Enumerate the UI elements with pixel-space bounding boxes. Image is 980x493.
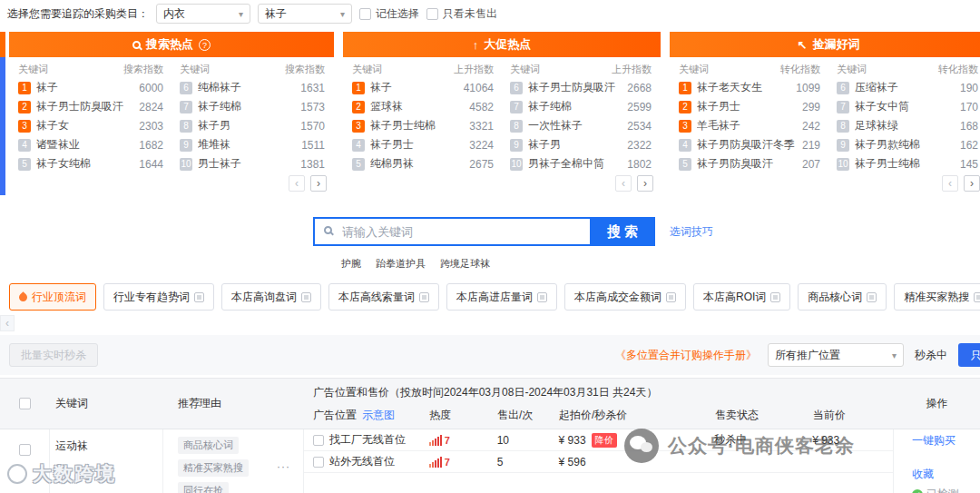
seckill-filter-label[interactable]: 秒杀中	[915, 348, 947, 363]
keyword-row[interactable]: 9袜子男2322	[510, 135, 652, 154]
favorite-link[interactable]: 收藏	[912, 467, 934, 482]
row-checkbox[interactable]	[19, 444, 31, 456]
suggest-word[interactable]: 护腕	[341, 257, 361, 271]
tab-shop-roi-words[interactable]: 本店高ROI词	[693, 283, 790, 311]
promo-hot-panel-header: ↑ 大促热点	[343, 32, 661, 57]
tab-shop-gmv-words[interactable]: 本店高成交金额词	[564, 283, 686, 311]
next-page-button[interactable]: ›	[637, 175, 653, 192]
keyword-row[interactable]: 3羊毛袜子242	[679, 116, 820, 135]
select-all-checkbox[interactable]	[19, 398, 31, 409]
tab-precise-buyer-words[interactable]: 精准买家熟搜	[894, 283, 980, 311]
checkbox-box[interactable]	[426, 8, 438, 20]
header-sold: 售出/次	[490, 408, 552, 423]
keyword-row[interactable]: 2袜子男士防臭吸汗2824	[18, 97, 163, 116]
keyword-row[interactable]: 6纯棉袜子1631	[180, 78, 325, 97]
only-unsold-checkbox[interactable]: 只看未售出	[426, 6, 497, 22]
row-keyword: 运动袜	[50, 429, 163, 493]
prev-page-button[interactable]: ‹	[942, 175, 958, 192]
keyword-row[interactable]: 7袜子纯棉2599	[510, 97, 652, 116]
keyword-row[interactable]: 5纯棉男袜2675	[352, 154, 494, 173]
keyword-text: 压缩袜子	[855, 80, 955, 95]
column-index-header: 上升指数	[454, 63, 494, 76]
tab-shop-entry-words[interactable]: 本店高进店量词	[446, 283, 557, 311]
keyword-row[interactable]: 4袜子男士3224	[352, 135, 494, 154]
prev-page-button[interactable]: ‹	[289, 175, 305, 192]
tab-industry-trend-words[interactable]: 行业专有趋势词	[103, 283, 214, 311]
keyword-row[interactable]: 10男士袜子1381	[180, 154, 325, 173]
more-reasons-button[interactable]: ···	[277, 460, 290, 473]
word-tips-link[interactable]: 选词技巧	[670, 224, 713, 240]
index-value: 3321	[469, 120, 494, 133]
suggest-word[interactable]: 跆拳道护具	[376, 257, 426, 271]
primary-category-select[interactable]: 内衣 ▾	[156, 4, 250, 24]
keyword-row[interactable]: 9堆堆袜1511	[180, 135, 325, 154]
keyword-row[interactable]: 4袜子男防臭吸汗冬季219	[679, 135, 820, 154]
suggest-words: 护腕 跆拳道护具 跨境足球袜	[341, 257, 490, 271]
keyword-row[interactable]: 4诸暨袜业1682	[18, 135, 163, 154]
keyword-row[interactable]: 8足球袜绿168	[837, 116, 978, 135]
keyword-row[interactable]: 5袜子女纯棉1644	[18, 154, 163, 173]
heat-value: 7	[445, 458, 450, 468]
next-page-button[interactable]: ›	[310, 175, 327, 192]
keyword-row[interactable]: 2篮球袜4582	[352, 97, 494, 116]
tab-shop-inquiry-words[interactable]: 本店高询盘词	[221, 283, 321, 311]
keyword-row[interactable]: 6压缩袜子190	[837, 78, 978, 97]
manual-link[interactable]: 《多位置合并订购操作手册》	[615, 348, 757, 363]
rank-badge: 7	[180, 101, 192, 113]
scroll-left-button[interactable]: ‹	[0, 315, 15, 331]
search-button[interactable]: 搜 索	[590, 217, 655, 246]
prev-page-button[interactable]: ‹	[615, 175, 632, 192]
keyword-row[interactable]: 1袜子41064	[352, 78, 494, 97]
checked-label: 已检测	[926, 487, 959, 493]
rank-badge: 7	[837, 101, 849, 113]
suggest-word[interactable]: 跨境足球袜	[440, 257, 490, 271]
index-value: 168	[960, 120, 978, 133]
column-index-header: 转化指数	[938, 63, 978, 76]
remember-choice-checkbox[interactable]: 记住选择	[359, 6, 419, 22]
position-checkbox[interactable]	[313, 435, 324, 446]
column-index-header: 搜索指数	[285, 63, 325, 76]
rank-badge: 10	[510, 158, 523, 171]
start-price: ¥ 933	[559, 434, 586, 447]
keyword-row[interactable]: 7袜子纯棉1573	[180, 97, 325, 116]
heat-value: 7	[445, 436, 450, 446]
keyword-row[interactable]: 6袜子男士防臭吸汗2668	[510, 78, 652, 97]
rank-badge: 8	[837, 120, 849, 133]
keyword-text: 纯棉袜子	[198, 80, 295, 95]
tab-product-core-words[interactable]: 商品核心词	[798, 283, 887, 311]
keyword-row[interactable]: 10袜子男士纯棉145	[837, 154, 978, 173]
secondary-category-select[interactable]: 袜子 ▾	[258, 4, 352, 24]
keyword-search-input[interactable]	[342, 219, 585, 244]
index-value: 2824	[139, 101, 163, 113]
keyword-row[interactable]: 7袜子女中筒170	[837, 97, 978, 116]
keyword-row[interactable]: 8袜子男1570	[180, 116, 325, 135]
keyword-row[interactable]: 10男袜子全棉中筒1802	[510, 154, 652, 173]
keyword-row[interactable]: 3袜子男士纯棉3321	[352, 116, 494, 135]
checkbox-box[interactable]	[359, 8, 371, 20]
buy-now-link[interactable]: 一键购买	[912, 433, 956, 449]
keyword-row[interactable]: 1袜子老天女生1099	[679, 78, 820, 97]
batch-seckill-button[interactable]: 批量实时秒杀	[9, 343, 98, 367]
keyword-row[interactable]: 5袜子男防臭吸汗207	[679, 154, 820, 173]
keyword-text: 袜子女	[36, 118, 133, 133]
keyword-row[interactable]: 2袜子男士299	[679, 97, 820, 116]
help-icon[interactable]: ?	[199, 39, 211, 51]
keyword-text: 袜子男士纯棉	[855, 156, 955, 172]
keyword-row[interactable]: 3袜子女2303	[18, 116, 163, 135]
tab-industry-top-words[interactable]: 行业顶流词	[9, 283, 96, 311]
keyword-row[interactable]: 1袜子6000	[18, 78, 163, 97]
rank-badge: 1	[18, 82, 31, 94]
diagram-link[interactable]: 示意图	[362, 408, 395, 423]
reason-tag: 精准买家熟搜	[178, 459, 249, 477]
keyword-row[interactable]: 9袜子男款纯棉162	[837, 135, 978, 154]
index-value: 4582	[469, 101, 494, 113]
reason-tag: 商品核心词	[178, 437, 239, 454]
primary-category-value: 内衣	[163, 6, 185, 22]
word-type-tabs: 行业顶流词 行业专有趋势词 本店高询盘词 本店高线索量词 本店高进店量词 本店高…	[9, 283, 980, 311]
position-checkbox[interactable]	[313, 457, 324, 468]
promo-position-select[interactable]: 所有推广位置 ▾	[768, 343, 904, 367]
tab-shop-leads-words[interactable]: 本店高线索量词	[328, 283, 439, 311]
only-view-button[interactable]: 只看	[958, 343, 980, 367]
keyword-row[interactable]: 8一次性袜子2534	[510, 116, 652, 135]
next-page-button[interactable]: ›	[964, 175, 980, 192]
